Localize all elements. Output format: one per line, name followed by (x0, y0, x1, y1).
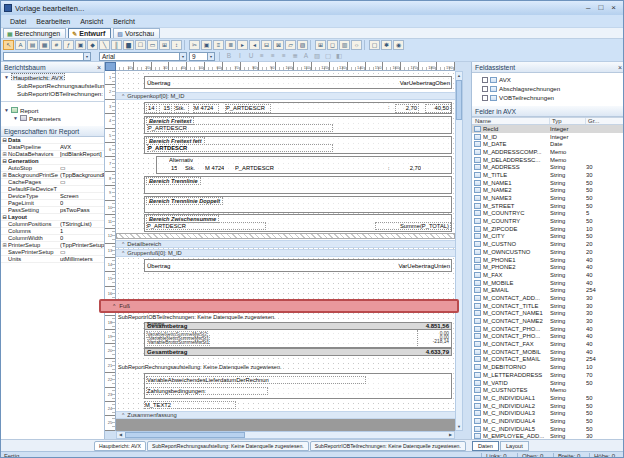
fuss-band-highlight[interactable]: ^ Fuß (99, 299, 459, 313)
field-row[interactable]: M_C_INDIVIDUAL3 String 50 (472, 409, 624, 417)
collapse-icon[interactable]: ^ (113, 303, 115, 309)
field-row[interactable]: M_NAME1 String 50 (472, 179, 624, 187)
menu-item[interactable]: Bearbeiten (31, 17, 75, 26)
dataset-item[interactable]: AVX (472, 75, 624, 84)
report-tab[interactable]: SubReportRechnungsaufstellung: Keine Dat… (147, 441, 309, 451)
overlapping-variable-label[interactable]: VariableBruttoSummeMwSt1 (147, 339, 210, 346)
collapse-icon[interactable]: ^ (122, 250, 124, 256)
collapse-icon[interactable]: ^ (122, 412, 124, 418)
detail-cell[interactable]: P_ARTDESCR (225, 104, 271, 113)
property-row[interactable]: ⊞ BackgroundPrintSe (TppBackgroundPrintS (1, 172, 104, 179)
summary-row-gesamtbetrag[interactable]: Gesamtbetrag Summe 4.851,56 (144, 322, 452, 330)
detail-cell[interactable]: M 4724 (205, 165, 224, 171)
link-icon[interactable]: ✱ (381, 40, 392, 50)
style-combo[interactable]: ▾ (3, 52, 91, 61)
scrollbar-thumb[interactable] (125, 432, 245, 438)
uebertrag-label[interactable]: Übertrag (145, 263, 170, 269)
anchor-icon[interactable]: ▱ (285, 40, 296, 50)
variables-box[interactable]: VariableAbweichendesLieferdatumDerRechnu… (144, 373, 452, 399)
tree-item-subreport-rechnung[interactable]: SubReportRechnungsaufstellung: Keine Dat… (1, 81, 104, 89)
bereich-freitext-box[interactable]: Bereich Freitext P_ARTDESCR (144, 116, 452, 134)
property-value[interactable]: [ndBlankReport] (60, 151, 104, 157)
frame-icon[interactable]: ▢ (369, 40, 380, 50)
var-uebertrag-unten[interactable]: VarUebertragUnten (398, 263, 451, 269)
copy-icon[interactable]: ▣ (201, 40, 212, 50)
checkbox[interactable] (482, 86, 488, 92)
band-gruppenkopf[interactable]: ^ Gruppenkopf[0]: M_ID (116, 92, 455, 100)
field-row[interactable]: M_VATID String 50 (472, 379, 624, 387)
expand-icon[interactable]: ⊟ (1, 158, 8, 164)
variable-tool-icon[interactable]: ƒ (63, 40, 74, 50)
maximize-button[interactable]: □ (598, 3, 603, 13)
collapse-icon[interactable]: ^ (122, 241, 124, 247)
checkbox-tool-icon[interactable]: ☐ (135, 40, 146, 50)
uebertrag-oben-box[interactable]: Übertrag VarUebertragOben (144, 76, 452, 89)
vertical-scrollbar[interactable]: ▲ ▼ (455, 71, 463, 431)
field-row[interactable]: M_C_INDIVIDUAL4 String 50 (472, 417, 624, 425)
detail-cell[interactable]: Stk. (185, 165, 195, 171)
property-value[interactable]: ▭ (60, 165, 104, 171)
dataset-item[interactable]: Abschlagsrechnungen (472, 84, 624, 93)
band-subreport-iob[interactable]: SubReportrIOBTeilrechnungen: Keine Daten… (118, 314, 453, 321)
scroll-right-icon[interactable]: ▶ (447, 432, 454, 438)
chevron-down-icon[interactable]: ▾ (83, 53, 90, 60)
band-detailbereich[interactable]: ^ Detailbereich (116, 240, 455, 248)
chart-tool-icon[interactable]: ▆ (123, 40, 134, 50)
field-row[interactable]: M_CONTACT_NAME2 String 30 (472, 317, 624, 325)
border-button[interactable]: ▢ (323, 52, 333, 60)
field-row[interactable]: M_DELADDRESSC... Memo (472, 156, 624, 164)
field-row[interactable]: M_TITLE String 30 (472, 171, 624, 179)
bold-button[interactable]: B (224, 52, 234, 60)
size-icon[interactable]: ◻ (327, 40, 338, 50)
field-row[interactable]: M_CONTACT_MOBIL String 40 (472, 348, 624, 356)
align-left-button[interactable]: ≡ (257, 52, 267, 60)
bring-to-front-icon[interactable]: ≣ (225, 40, 236, 50)
menu-item[interactable]: Ansicht (75, 17, 108, 26)
expand-icon[interactable]: ⊟ (1, 214, 8, 220)
detail-cell[interactable]: 2,70 (397, 165, 421, 171)
detail-cell[interactable]: : (388, 165, 390, 171)
detail-cell[interactable]: 15 (171, 165, 177, 171)
field-artdescr[interactable]: P_ARTDESCR (147, 124, 333, 132)
summary-row-gesamtbetrag-2[interactable]: Gesamtbetrag 4.633,79 (144, 348, 452, 356)
field-row[interactable]: M_COUNTRY String 50 (472, 217, 624, 225)
tab-vorschau[interactable]: ▧ Vorschau (113, 28, 160, 38)
field-row[interactable]: M_CITY String 50 (472, 233, 624, 241)
property-value[interactable]: ▭ (60, 249, 104, 255)
column-header-gr[interactable]: Gr... (586, 118, 624, 124)
field-row[interactable]: M_MOBILE String 40 (472, 279, 624, 287)
tree-item-hauptbericht[interactable]: ▼ Hauptbericht: AVX (1, 73, 104, 81)
property-value[interactable]: psTwoPass (60, 207, 104, 213)
field-row[interactable]: M_CUSTNOTES Memo (472, 386, 624, 394)
report-tab[interactable]: SubReportrIOBTeilrechnungen: Keine Daten… (310, 441, 466, 451)
scroll-up-icon[interactable]: ▲ (456, 72, 462, 79)
image-tool-icon[interactable]: ▣ (75, 40, 86, 50)
tab-berechnungen[interactable]: ▦ Berechnungen (3, 28, 66, 38)
highlight-color-button[interactable]: ▨ (312, 52, 322, 60)
band-subreport-rechnung[interactable]: SubReportRechnungsaufstellung: Keine Dat… (118, 364, 453, 371)
property-row[interactable]: PageLimit 0 (1, 200, 104, 207)
field-row[interactable]: M_OWNCUSTNO String 20 (472, 248, 624, 256)
detail-cell[interactable]: M 4724 (193, 104, 219, 113)
detail-cell[interactable]: 40,50 (425, 104, 451, 113)
property-row[interactable]: Columns 1 (1, 228, 104, 235)
percent-icon[interactable]: ◉ (393, 40, 404, 50)
property-row[interactable]: ColumnPositions (TStringList) (1, 221, 104, 228)
bereich-zwischensumme-box[interactable]: Bereich Zwischensumme P_ARTDESCR Summe(P… (144, 214, 452, 232)
italic-button[interactable]: I (235, 52, 245, 60)
overlapping-variable-value[interactable]: -218,14 (433, 339, 449, 344)
close-icon[interactable]: × (97, 64, 101, 71)
field-row[interactable]: M_CONTACT_ADD... String 30 (472, 294, 624, 302)
chevron-down-icon[interactable]: ▼ (13, 115, 18, 121)
property-row[interactable]: ColumnWidth 0 (1, 235, 104, 242)
separator[interactable] (364, 40, 367, 50)
property-row[interactable]: ⊞ NoDataBehaviors [ndBlankReport] (1, 151, 104, 158)
ungroup-icon[interactable]: ⊠ (273, 40, 284, 50)
region-label[interactable]: Alternativ (169, 157, 193, 163)
richtext-tool-icon[interactable]: ▦ (39, 40, 50, 50)
paste-icon[interactable]: ≡ (213, 40, 224, 50)
field-row[interactable]: M_STREET String 50 (472, 202, 624, 210)
property-row[interactable]: ⊟ Layout (1, 214, 104, 221)
detail-cell[interactable]: Stk. (174, 104, 189, 113)
design-canvas[interactable]: Übertrag VarUebertragOben ^ Gruppenkopf[… (116, 71, 455, 431)
